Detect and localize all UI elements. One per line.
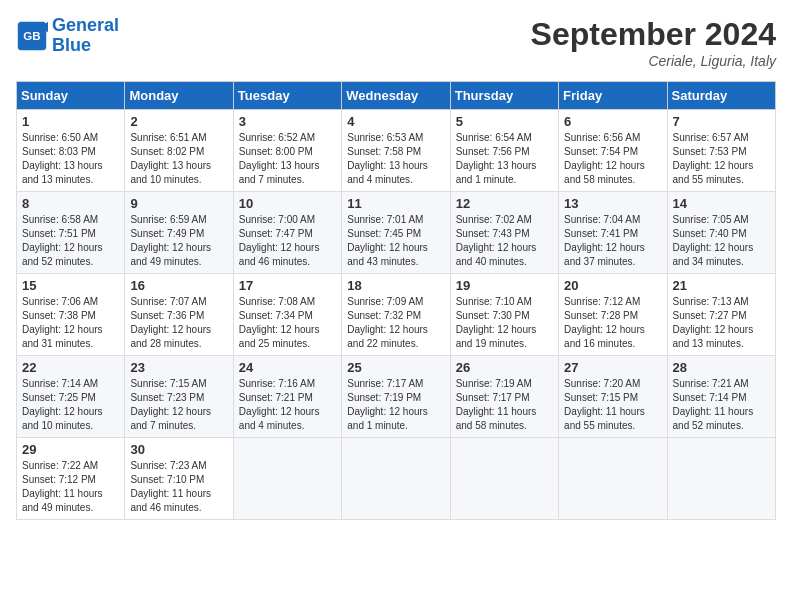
logo: GB General Blue — [16, 16, 119, 56]
day-number: 27 — [564, 360, 661, 375]
cell-info: Sunrise: 7:17 AMSunset: 7:19 PMDaylight:… — [347, 378, 428, 431]
cell-info: Sunrise: 6:56 AMSunset: 7:54 PMDaylight:… — [564, 132, 645, 185]
cell-info: Sunrise: 7:21 AMSunset: 7:14 PMDaylight:… — [673, 378, 754, 431]
day-number: 25 — [347, 360, 444, 375]
header-friday: Friday — [559, 82, 667, 110]
calendar-cell: 13 Sunrise: 7:04 AMSunset: 7:41 PMDaylig… — [559, 192, 667, 274]
calendar-table: SundayMondayTuesdayWednesdayThursdayFrid… — [16, 81, 776, 520]
day-number: 7 — [673, 114, 770, 129]
cell-info: Sunrise: 7:14 AMSunset: 7:25 PMDaylight:… — [22, 378, 103, 431]
cell-info: Sunrise: 7:06 AMSunset: 7:38 PMDaylight:… — [22, 296, 103, 349]
day-number: 21 — [673, 278, 770, 293]
cell-info: Sunrise: 7:20 AMSunset: 7:15 PMDaylight:… — [564, 378, 645, 431]
calendar-cell — [667, 438, 775, 520]
day-number: 1 — [22, 114, 119, 129]
calendar-cell: 7 Sunrise: 6:57 AMSunset: 7:53 PMDayligh… — [667, 110, 775, 192]
day-number: 15 — [22, 278, 119, 293]
cell-info: Sunrise: 6:57 AMSunset: 7:53 PMDaylight:… — [673, 132, 754, 185]
calendar-cell: 16 Sunrise: 7:07 AMSunset: 7:36 PMDaylig… — [125, 274, 233, 356]
calendar-cell: 26 Sunrise: 7:19 AMSunset: 7:17 PMDaylig… — [450, 356, 558, 438]
calendar-cell: 6 Sunrise: 6:56 AMSunset: 7:54 PMDayligh… — [559, 110, 667, 192]
calendar-cell: 22 Sunrise: 7:14 AMSunset: 7:25 PMDaylig… — [17, 356, 125, 438]
cell-info: Sunrise: 6:52 AMSunset: 8:00 PMDaylight:… — [239, 132, 320, 185]
header-tuesday: Tuesday — [233, 82, 341, 110]
calendar-cell: 24 Sunrise: 7:16 AMSunset: 7:21 PMDaylig… — [233, 356, 341, 438]
logo-line1: General — [52, 15, 119, 35]
cell-info: Sunrise: 7:15 AMSunset: 7:23 PMDaylight:… — [130, 378, 211, 431]
cell-info: Sunrise: 7:10 AMSunset: 7:30 PMDaylight:… — [456, 296, 537, 349]
cell-info: Sunrise: 7:09 AMSunset: 7:32 PMDaylight:… — [347, 296, 428, 349]
day-number: 17 — [239, 278, 336, 293]
cell-info: Sunrise: 7:01 AMSunset: 7:45 PMDaylight:… — [347, 214, 428, 267]
calendar-cell: 1 Sunrise: 6:50 AMSunset: 8:03 PMDayligh… — [17, 110, 125, 192]
calendar-cell: 27 Sunrise: 7:20 AMSunset: 7:15 PMDaylig… — [559, 356, 667, 438]
day-number: 28 — [673, 360, 770, 375]
calendar-cell: 9 Sunrise: 6:59 AMSunset: 7:49 PMDayligh… — [125, 192, 233, 274]
cell-info: Sunrise: 6:53 AMSunset: 7:58 PMDaylight:… — [347, 132, 428, 185]
day-number: 9 — [130, 196, 227, 211]
day-number: 11 — [347, 196, 444, 211]
cell-info: Sunrise: 7:05 AMSunset: 7:40 PMDaylight:… — [673, 214, 754, 267]
header-row: SundayMondayTuesdayWednesdayThursdayFrid… — [17, 82, 776, 110]
cell-info: Sunrise: 6:50 AMSunset: 8:03 PMDaylight:… — [22, 132, 103, 185]
calendar-cell — [233, 438, 341, 520]
logo-line2: Blue — [52, 35, 91, 55]
week-row-5: 29 Sunrise: 7:22 AMSunset: 7:12 PMDaylig… — [17, 438, 776, 520]
cell-info: Sunrise: 7:07 AMSunset: 7:36 PMDaylight:… — [130, 296, 211, 349]
cell-info: Sunrise: 7:02 AMSunset: 7:43 PMDaylight:… — [456, 214, 537, 267]
day-number: 29 — [22, 442, 119, 457]
header-monday: Monday — [125, 82, 233, 110]
calendar-cell: 8 Sunrise: 6:58 AMSunset: 7:51 PMDayligh… — [17, 192, 125, 274]
calendar-cell: 11 Sunrise: 7:01 AMSunset: 7:45 PMDaylig… — [342, 192, 450, 274]
day-number: 12 — [456, 196, 553, 211]
cell-info: Sunrise: 7:04 AMSunset: 7:41 PMDaylight:… — [564, 214, 645, 267]
calendar-cell: 17 Sunrise: 7:08 AMSunset: 7:34 PMDaylig… — [233, 274, 341, 356]
month-title: September 2024 — [531, 16, 776, 53]
day-number: 20 — [564, 278, 661, 293]
day-number: 26 — [456, 360, 553, 375]
day-number: 4 — [347, 114, 444, 129]
cell-info: Sunrise: 7:12 AMSunset: 7:28 PMDaylight:… — [564, 296, 645, 349]
day-number: 19 — [456, 278, 553, 293]
calendar-cell: 5 Sunrise: 6:54 AMSunset: 7:56 PMDayligh… — [450, 110, 558, 192]
header-saturday: Saturday — [667, 82, 775, 110]
calendar-cell — [559, 438, 667, 520]
cell-info: Sunrise: 7:19 AMSunset: 7:17 PMDaylight:… — [456, 378, 537, 431]
svg-text:GB: GB — [23, 29, 40, 41]
day-number: 16 — [130, 278, 227, 293]
cell-info: Sunrise: 7:16 AMSunset: 7:21 PMDaylight:… — [239, 378, 320, 431]
day-number: 13 — [564, 196, 661, 211]
header-wednesday: Wednesday — [342, 82, 450, 110]
cell-info: Sunrise: 7:22 AMSunset: 7:12 PMDaylight:… — [22, 460, 103, 513]
cell-info: Sunrise: 6:54 AMSunset: 7:56 PMDaylight:… — [456, 132, 537, 185]
cell-info: Sunrise: 7:23 AMSunset: 7:10 PMDaylight:… — [130, 460, 211, 513]
cell-info: Sunrise: 6:58 AMSunset: 7:51 PMDaylight:… — [22, 214, 103, 267]
calendar-cell: 14 Sunrise: 7:05 AMSunset: 7:40 PMDaylig… — [667, 192, 775, 274]
day-number: 24 — [239, 360, 336, 375]
calendar-cell: 2 Sunrise: 6:51 AMSunset: 8:02 PMDayligh… — [125, 110, 233, 192]
calendar-cell: 10 Sunrise: 7:00 AMSunset: 7:47 PMDaylig… — [233, 192, 341, 274]
day-number: 5 — [456, 114, 553, 129]
day-number: 23 — [130, 360, 227, 375]
location: Ceriale, Liguria, Italy — [531, 53, 776, 69]
cell-info: Sunrise: 7:00 AMSunset: 7:47 PMDaylight:… — [239, 214, 320, 267]
calendar-cell: 4 Sunrise: 6:53 AMSunset: 7:58 PMDayligh… — [342, 110, 450, 192]
day-number: 22 — [22, 360, 119, 375]
calendar-cell: 18 Sunrise: 7:09 AMSunset: 7:32 PMDaylig… — [342, 274, 450, 356]
cell-info: Sunrise: 6:59 AMSunset: 7:49 PMDaylight:… — [130, 214, 211, 267]
calendar-cell: 23 Sunrise: 7:15 AMSunset: 7:23 PMDaylig… — [125, 356, 233, 438]
cell-info: Sunrise: 6:51 AMSunset: 8:02 PMDaylight:… — [130, 132, 211, 185]
calendar-cell: 29 Sunrise: 7:22 AMSunset: 7:12 PMDaylig… — [17, 438, 125, 520]
day-number: 3 — [239, 114, 336, 129]
day-number: 14 — [673, 196, 770, 211]
header-thursday: Thursday — [450, 82, 558, 110]
day-number: 18 — [347, 278, 444, 293]
calendar-cell: 12 Sunrise: 7:02 AMSunset: 7:43 PMDaylig… — [450, 192, 558, 274]
cell-info: Sunrise: 7:13 AMSunset: 7:27 PMDaylight:… — [673, 296, 754, 349]
calendar-cell: 30 Sunrise: 7:23 AMSunset: 7:10 PMDaylig… — [125, 438, 233, 520]
calendar-cell: 15 Sunrise: 7:06 AMSunset: 7:38 PMDaylig… — [17, 274, 125, 356]
calendar-cell: 21 Sunrise: 7:13 AMSunset: 7:27 PMDaylig… — [667, 274, 775, 356]
day-number: 2 — [130, 114, 227, 129]
week-row-2: 8 Sunrise: 6:58 AMSunset: 7:51 PMDayligh… — [17, 192, 776, 274]
calendar-cell — [342, 438, 450, 520]
